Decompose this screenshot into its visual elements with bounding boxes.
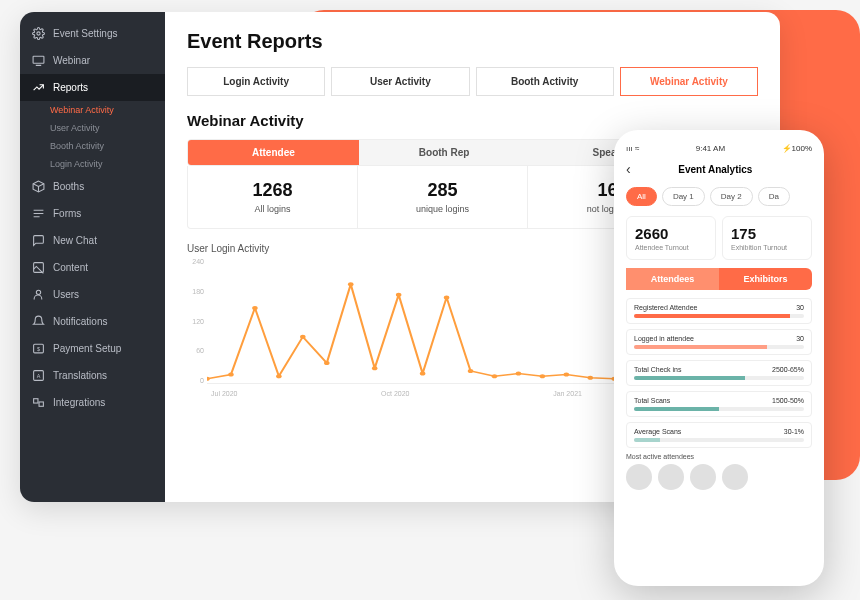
kpi-exhibition-turnout: 175Exhibition Turnout <box>722 216 812 260</box>
svg-point-18 <box>300 335 306 339</box>
sidebar-item-label: Event Settings <box>53 28 117 39</box>
status-time: 9:41 AM <box>696 144 725 153</box>
sidebar-item-users[interactable]: Users <box>20 281 165 308</box>
stat-all-logins: 1268All logins <box>188 166 358 228</box>
sidebar-item-webinar[interactable]: Webinar <box>20 47 165 74</box>
sidebar-item-label: Forms <box>53 208 81 219</box>
kpi-attendee-turnout: 2660Attendee Turnout <box>626 216 716 260</box>
sidebar-item-forms[interactable]: Forms <box>20 200 165 227</box>
metric-value: 30-1% <box>784 428 804 435</box>
sidebar-item-label: New Chat <box>53 235 97 246</box>
metric-label: Total Check ins <box>634 366 681 373</box>
svg-point-27 <box>516 372 522 376</box>
metric-value: 2500-65% <box>772 366 804 373</box>
svg-point-21 <box>372 366 378 370</box>
x-tick: Jul 2020 <box>211 390 237 397</box>
sidebar-item-label: Translations <box>53 370 107 381</box>
chip-all[interactable]: All <box>626 187 657 206</box>
chart-y-axis: 240 180 120 60 0 <box>187 258 207 398</box>
sidebar-item-integrations[interactable]: Integrations <box>20 389 165 416</box>
phone-mockup: ııı ≈ 9:41 AM ⚡100% ‹ Event Analytics Al… <box>614 130 824 586</box>
kpi-label: Attendee Turnout <box>635 244 707 251</box>
tab-booth-activity[interactable]: Booth Activity <box>476 67 614 96</box>
user-icon <box>32 288 45 301</box>
sidebar: Event Settings Webinar Reports Webinar A… <box>20 12 165 502</box>
segment-attendee[interactable]: Attendee <box>188 140 359 165</box>
back-button[interactable]: ‹ <box>626 161 631 177</box>
svg-point-30 <box>588 376 594 380</box>
stat-unique-logins: 285unique logins <box>358 166 528 228</box>
metric-row: Logged in attendee30 <box>626 329 812 355</box>
tab-webinar-activity[interactable]: Webinar Activity <box>620 67 758 96</box>
status-battery: 100% <box>792 144 812 153</box>
dollar-icon: $ <box>32 342 45 355</box>
gear-icon <box>32 27 45 40</box>
stat-value: 285 <box>364 180 521 201</box>
y-tick: 240 <box>187 258 204 265</box>
svg-point-0 <box>37 32 40 35</box>
x-tick: Oct 2020 <box>381 390 409 397</box>
phone-page-title: Event Analytics <box>639 164 792 175</box>
chat-icon <box>32 234 45 247</box>
monitor-icon <box>32 54 45 67</box>
bell-icon <box>32 315 45 328</box>
chart-icon <box>32 81 45 94</box>
metric-label: Logged in attendee <box>634 335 694 342</box>
pill-attendees[interactable]: Attendees <box>626 268 719 290</box>
sidebar-item-new-chat[interactable]: New Chat <box>20 227 165 254</box>
svg-point-22 <box>396 293 402 297</box>
section-title: Webinar Activity <box>187 112 758 129</box>
sidebar-item-payment-setup[interactable]: $Payment Setup <box>20 335 165 362</box>
sidebar-item-label: Users <box>53 289 79 300</box>
pill-exhibitors[interactable]: Exhibitors <box>719 268 812 290</box>
sidebar-item-notifications[interactable]: Notifications <box>20 308 165 335</box>
a-box-icon: A <box>32 369 45 382</box>
svg-point-14 <box>207 377 210 381</box>
metric-label: Average Scans <box>634 428 681 435</box>
svg-point-23 <box>420 372 426 376</box>
svg-point-15 <box>228 373 234 377</box>
metric-value: 30 <box>796 304 804 311</box>
sidebar-sub-booth-activity[interactable]: Booth Activity <box>20 137 165 155</box>
sidebar-item-booths[interactable]: Booths <box>20 173 165 200</box>
page-title: Event Reports <box>187 30 758 53</box>
tab-user-activity[interactable]: User Activity <box>331 67 469 96</box>
sidebar-item-event-settings[interactable]: Event Settings <box>20 20 165 47</box>
tab-login-activity[interactable]: Login Activity <box>187 67 325 96</box>
sidebar-item-translations[interactable]: ATranslations <box>20 362 165 389</box>
metric-row: Total Scans1500-50% <box>626 391 812 417</box>
svg-point-19 <box>324 361 330 365</box>
y-tick: 0 <box>187 377 204 384</box>
sidebar-sub-login-activity[interactable]: Login Activity <box>20 155 165 173</box>
sidebar-item-label: Reports <box>53 82 88 93</box>
metric-value: 30 <box>796 335 804 342</box>
sidebar-item-content[interactable]: Content <box>20 254 165 281</box>
stat-label: unique logins <box>364 204 521 214</box>
phone-status-bar: ııı ≈ 9:41 AM ⚡100% <box>626 144 812 153</box>
sidebar-item-label: Payment Setup <box>53 343 121 354</box>
metric-row: Registered Attendee30 <box>626 298 812 324</box>
sidebar-sub-webinar-activity[interactable]: Webinar Activity <box>20 101 165 119</box>
segment-booth-rep[interactable]: Booth Rep <box>359 140 530 165</box>
sidebar-sub-user-activity[interactable]: User Activity <box>20 119 165 137</box>
active-attendee-avatars <box>626 464 812 490</box>
link-icon <box>32 396 45 409</box>
chip-day2[interactable]: Day 2 <box>710 187 753 206</box>
report-tabs: Login Activity User Activity Booth Activ… <box>187 67 758 96</box>
metric-label: Registered Attendee <box>634 304 697 311</box>
svg-rect-13 <box>39 402 43 406</box>
svg-point-28 <box>540 374 546 378</box>
metric-row: Average Scans30-1% <box>626 422 812 448</box>
y-tick: 60 <box>187 347 204 354</box>
sidebar-item-reports[interactable]: Reports <box>20 74 165 101</box>
svg-point-16 <box>252 306 258 310</box>
svg-point-26 <box>492 374 498 378</box>
metric-value: 1500-50% <box>772 397 804 404</box>
stat-value: 1268 <box>194 180 351 201</box>
kpi-value: 175 <box>731 225 803 242</box>
y-tick: 180 <box>187 288 204 295</box>
chip-day3[interactable]: Da <box>758 187 790 206</box>
chip-day1[interactable]: Day 1 <box>662 187 705 206</box>
phone-tab-pill: Attendees Exhibitors <box>626 268 812 290</box>
svg-text:A: A <box>37 373 41 379</box>
